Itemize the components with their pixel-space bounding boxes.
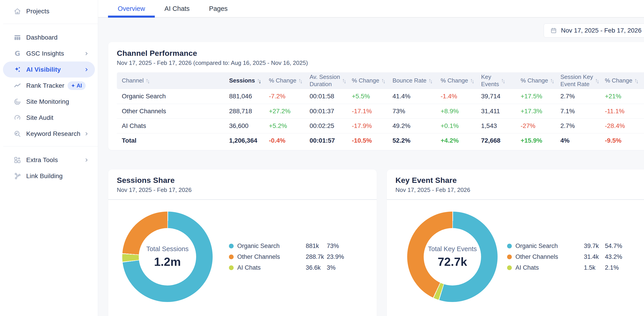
sidebar-item-site-audit[interactable]: Site Audit — [3, 110, 95, 126]
column-header-sessions[interactable]: Sessions↑↓ — [229, 72, 269, 89]
legend-item-ai-chats[interactable]: AI Chats36.6k3% — [229, 264, 344, 271]
sort-icon: ↑↓ — [381, 77, 384, 84]
chart-header: Sessions Share Nov 17, 2025 - Feb 17, 20… — [108, 170, 377, 200]
sidebar-item-site-monitoring[interactable]: Site Monitoring — [3, 94, 95, 110]
column-header-key-events[interactable]: KeyEvents↑↓ — [481, 72, 520, 89]
table-cell: -17.1% — [352, 104, 392, 118]
sidebar-item-label: Link Building — [26, 172, 62, 180]
sort-icon: ↑↓ — [550, 77, 553, 84]
legend-item-organic-search[interactable]: Organic Search39.7k54.7% — [507, 242, 622, 250]
chart-title: Sessions Share — [117, 176, 368, 185]
date-range-label: Nov 17, 2025 - Feb 17, 2026 — [561, 27, 642, 34]
legend-value: 36.6k — [306, 264, 327, 271]
sessions-donut-chart[interactable]: Total Sessions 1.2m — [122, 212, 213, 302]
positive-change: +17.5% — [520, 93, 542, 100]
sidebar-item-keyword-research[interactable]: Keyword Research — [3, 126, 95, 142]
tab-overview[interactable]: Overview — [108, 0, 155, 17]
main-area: OverviewAI ChatsPages Nov 17, 2025 - Feb… — [98, 0, 644, 316]
table-header-row: Channel↑↓Sessions↑↓% Change↑↓Av. Session… — [117, 72, 644, 89]
sparkle-icon: ✦ — [71, 83, 75, 88]
table-cell: AI Chats — [117, 118, 229, 133]
legend-item-other-channels[interactable]: Other Channels31.4k43.2% — [507, 254, 622, 260]
tab-ai-chats[interactable]: AI Chats — [155, 0, 199, 17]
table-cell: -7.2% — [269, 89, 310, 104]
column-header-change[interactable]: % Change↑↓ — [441, 72, 481, 89]
content-inner: Nov 17, 2025 - Feb 17, 2026 Channel Perf… — [108, 24, 644, 316]
tab-bar: OverviewAI ChatsPages — [98, 0, 644, 18]
calendar-icon — [550, 27, 557, 34]
sessions-legend: Organic Search881k73%Other Channels288.7… — [229, 242, 344, 271]
column-header-change[interactable]: % Change↑↓ — [352, 72, 392, 89]
sidebar-item-extra-tools[interactable]: Extra Tools — [3, 152, 95, 168]
column-header-change[interactable]: % Change↑↓ — [269, 72, 310, 89]
sidebar-item-dashboard[interactable]: Dashboard — [3, 30, 95, 46]
sidebar-item-gsc-insights[interactable]: GGSC Insights — [3, 46, 95, 62]
negative-change: -10.5% — [352, 137, 372, 144]
content-area: Nov 17, 2025 - Feb 17, 2026 Channel Perf… — [98, 18, 644, 316]
negative-change: -17.1% — [352, 108, 372, 114]
site-monitoring-icon — [14, 98, 21, 106]
keyword-research-icon — [14, 130, 21, 138]
column-header-av-session-duration[interactable]: Av. SessionDuration↑↓ — [310, 72, 352, 89]
sidebar-item-label: Dashboard — [26, 34, 58, 41]
sidebar-item-label: GSC Insights — [26, 50, 64, 57]
sidebar-item-link-building[interactable]: Link Building — [3, 168, 95, 184]
sidebar-item-projects[interactable]: Projects — [3, 3, 95, 19]
date-range-picker[interactable]: Nov 17, 2025 - Feb 17, 2026 — [544, 24, 644, 38]
sidebar-divider — [3, 146, 98, 146]
legend-label: AI Chats — [516, 264, 584, 271]
column-header-bounce-rate[interactable]: Bounce Rate↑↓ — [392, 72, 441, 89]
sidebar-item-label: Rank Tracker — [26, 82, 64, 89]
positive-change: +5.5% — [352, 93, 370, 100]
sort-icon: ↑↓ — [470, 77, 473, 84]
chevron-right-icon — [84, 51, 89, 56]
table-cell: +27.2% — [269, 104, 310, 118]
legend-percent: 43.2% — [605, 254, 622, 260]
link-building-icon — [14, 172, 21, 180]
key-event-share-card: Key Event Share Nov 17, 2025 - Feb 17, 2… — [387, 170, 644, 316]
legend-value: 288.7k — [306, 254, 327, 260]
table-cell: -10.5% — [352, 133, 392, 148]
positive-change: +0.1% — [441, 122, 459, 129]
legend-item-ai-chats[interactable]: AI Chats1.5k2.1% — [507, 264, 622, 271]
legend-color-dot — [507, 265, 512, 270]
home-icon — [14, 8, 21, 15]
table-row-ai-chats: AI Chats36,600+5.2%00:02:25-17.9%49.2%+0… — [117, 118, 644, 133]
table-row-other-channels: Other Channels288,718+27.2%00:01:37-17.1… — [117, 104, 644, 118]
sort-icon: ↑↓ — [634, 77, 638, 84]
positive-change: +15.9% — [520, 137, 542, 144]
table-cell: 39,714 — [481, 89, 520, 104]
sidebar-main-group: DashboardGGSC InsightsAI VisibilityRank … — [0, 30, 98, 142]
table-cell: 52.2% — [392, 133, 441, 148]
app-root: Projects DashboardGGSC InsightsAI Visibi… — [0, 0, 644, 316]
negative-change: -0.4% — [269, 137, 286, 144]
column-header-session-key-event-rate[interactable]: Session KeyEvent Rate↑↓ — [560, 72, 605, 89]
ai-sparkles-icon — [14, 66, 21, 74]
table-cell: Other Channels — [117, 104, 229, 118]
table-row-organic-search: Organic Search881,046-7.2%00:01:58+5.5%4… — [117, 89, 644, 104]
legend-percent: 3% — [327, 264, 344, 271]
sidebar-item-rank-tracker[interactable]: Rank Tracker✦AI — [3, 78, 95, 94]
table-cell: 1,206,364 — [229, 133, 269, 148]
positive-change: +17.3% — [520, 108, 542, 114]
table-cell: -27% — [520, 118, 560, 133]
sidebar-bottom-group: Extra ToolsLink Building — [0, 152, 98, 184]
legend-item-organic-search[interactable]: Organic Search881k73% — [229, 242, 344, 250]
table-cell: -0.4% — [269, 133, 310, 148]
legend-color-dot — [229, 244, 234, 248]
table-cell: -1.4% — [441, 89, 481, 104]
column-header-change[interactable]: % Change↑↓ — [605, 72, 644, 89]
legend-label: Organic Search — [516, 242, 584, 250]
negative-change: -11.1% — [605, 108, 624, 114]
sort-icon: ↑↓ — [257, 77, 260, 84]
dashboard-icon — [14, 34, 21, 41]
donut-center: Total Sessions 1.2m — [122, 212, 213, 302]
legend-item-other-channels[interactable]: Other Channels288.7k23.9% — [229, 254, 344, 260]
table-cell: 2.7% — [560, 89, 605, 104]
sort-icon: ↑↓ — [428, 77, 432, 84]
sidebar-item-ai-visibility[interactable]: AI Visibility — [3, 62, 95, 78]
key-events-donut-chart[interactable]: Total Key Events 72.7k — [407, 212, 498, 302]
column-header-channel[interactable]: Channel↑↓ — [117, 72, 229, 89]
tab-pages[interactable]: Pages — [199, 0, 237, 17]
column-header-change[interactable]: % Change↑↓ — [520, 72, 560, 89]
